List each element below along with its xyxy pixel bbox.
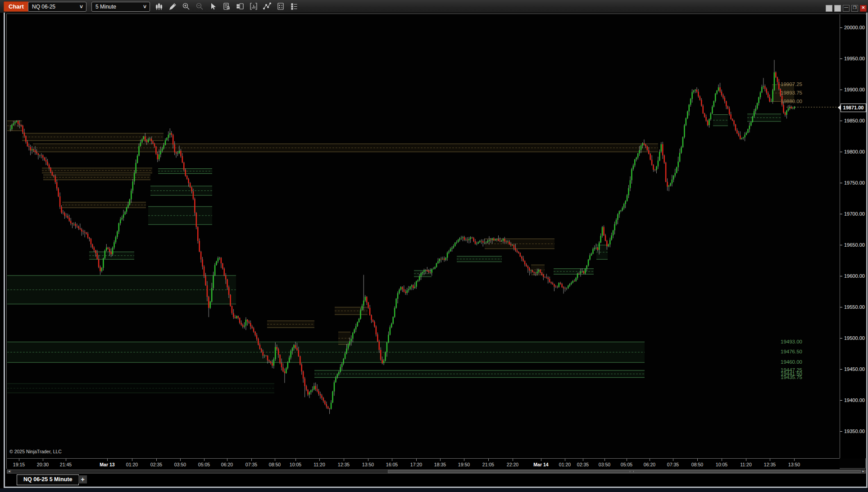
price-tick-label: 19450.00: [844, 366, 865, 372]
price-tick: [840, 59, 842, 59]
toolbar-icons: [154, 1, 300, 12]
demand-zone-price-label: 19476.50: [770, 349, 802, 354]
time-tick-label: 11:20: [740, 462, 752, 467]
chart-panel: 19907.2519893.7519880.0019493.0019476.50…: [6, 14, 866, 469]
price-tick: [840, 152, 842, 152]
price-tick-label: 19950.00: [844, 56, 865, 61]
tab-nq-06-25-5-minute[interactable]: NQ 06-25 5 Minute: [17, 474, 79, 485]
time-tick: [392, 459, 392, 461]
price-tick-label: 19650.00: [844, 242, 865, 248]
time-tick: [722, 459, 722, 461]
price-tick-label: 20000.00: [844, 25, 865, 30]
data-box-icon[interactable]: [275, 1, 286, 12]
data-series-icon[interactable]: [221, 1, 232, 12]
interval-value: 5 Minute: [95, 4, 116, 10]
price-tick-label: 19350.00: [844, 429, 865, 434]
window-left-border[interactable]: [4, 13, 5, 488]
time-tick: [275, 459, 275, 461]
price-tick-label: 19850.00: [844, 118, 865, 123]
price-tick: [840, 214, 842, 214]
time-tick: [19, 459, 19, 461]
time-tick-label: 06:20: [221, 462, 233, 467]
price-tick-label: 19400.00: [844, 397, 865, 403]
time-tick: [107, 459, 108, 461]
price-tick: [840, 431, 842, 432]
minimize-button[interactable]: —: [843, 5, 850, 12]
window-right-border[interactable]: [866, 13, 868, 488]
time-tick-label: Mar 14: [533, 462, 548, 467]
zoom-in-icon[interactable]: [181, 1, 191, 12]
time-tick-label: 02:35: [150, 462, 162, 467]
price-tick: [840, 400, 842, 401]
time-tick: [770, 459, 770, 461]
add-tab-button[interactable]: +: [78, 475, 87, 483]
horizontal-scrollbar[interactable]: ◄ ►: [7, 469, 866, 474]
price-tick: [840, 27, 842, 28]
time-tick-label: 05:05: [198, 462, 210, 467]
chart-trader-icon[interactable]: [235, 1, 245, 12]
time-tick: [319, 459, 320, 461]
cursor-icon[interactable]: [208, 1, 218, 12]
toolbar-blank-button[interactable]: [834, 5, 841, 12]
time-tick-label: 12:35: [338, 462, 350, 467]
time-tick: [746, 459, 746, 461]
chart-canvas[interactable]: [7, 14, 840, 458]
time-tick: [513, 459, 513, 461]
price-tick: [840, 245, 842, 245]
time-tick-label: 21:45: [60, 462, 72, 467]
price-tick-label: 19700.00: [844, 211, 865, 217]
interval-dropdown[interactable]: 5 Minute ˅: [91, 2, 150, 12]
time-tick-label: 02:35: [577, 462, 589, 467]
chevron-down-icon: ˅: [80, 2, 83, 11]
last-price-marker: 19871.00: [841, 104, 866, 112]
close-button[interactable]: ✕: [860, 5, 867, 12]
price-axis[interactable]: 19871.00 20000.0019950.0019900.0019850.0…: [840, 14, 866, 458]
drawing-tools-icon[interactable]: [167, 1, 178, 12]
time-tick: [416, 459, 417, 461]
time-tick-label: 01:20: [559, 462, 571, 467]
time-tick: [251, 459, 252, 461]
time-tick-label: 10:05: [716, 462, 727, 467]
time-tick: [295, 459, 296, 461]
scroll-right-arrow-icon[interactable]: ►: [861, 470, 865, 473]
time-tick: [344, 459, 344, 461]
copyright-text: © 2025 NinjaTrader, LLC: [9, 449, 62, 454]
time-tick-label: 11:20: [314, 462, 325, 467]
desktop-edge: [0, 488, 868, 492]
window-bottom-border[interactable]: [4, 487, 868, 488]
time-tick: [794, 459, 795, 461]
indicators-icon[interactable]: [248, 1, 259, 12]
draw-line-icon[interactable]: [262, 1, 273, 12]
price-tick: [840, 183, 842, 183]
zoom-out-icon[interactable]: [194, 1, 205, 12]
time-tick-label: 08:50: [691, 462, 703, 467]
time-tick: [204, 459, 205, 461]
time-tick: [583, 459, 583, 461]
chart-style-icon[interactable]: [154, 1, 164, 12]
time-tick-label: 18:35: [434, 462, 446, 467]
toolbar-blank-button[interactable]: [826, 5, 832, 12]
time-tick-label: 01:20: [126, 462, 138, 467]
demand-zone-price-label: 19435.75: [770, 375, 802, 380]
properties-list-icon[interactable]: [289, 1, 300, 12]
time-tick-label: 21:05: [482, 462, 494, 467]
time-tick: [156, 459, 157, 461]
price-tick-label: 19550.00: [844, 304, 865, 310]
time-axis[interactable]: 19:1520:3021:45Mar 1301:2002:3503:5005:0…: [7, 458, 840, 469]
price-tick: [840, 338, 842, 339]
time-tick: [673, 459, 673, 461]
restore-button[interactable]: ❐: [851, 5, 858, 12]
time-tick: [565, 459, 565, 461]
time-tick-label: 12:35: [764, 462, 776, 467]
time-tick-label: 20:30: [37, 462, 49, 467]
instrument-dropdown[interactable]: NQ 06-25 ˅: [28, 2, 86, 12]
scrollbar-thumb[interactable]: [388, 470, 861, 473]
ninjatrader-chart-window: Chart NQ 06-25 ˅ 5 Minute ˅ —❐✕ 19907.25…: [0, 0, 868, 492]
time-tick-label: 07:35: [245, 462, 257, 467]
time-tick: [604, 459, 605, 461]
time-tick-label: 03:50: [174, 462, 186, 467]
scroll-left-arrow-icon[interactable]: ◄: [7, 470, 11, 473]
window-controls: —❐✕: [826, 5, 867, 12]
chart-menu-button[interactable]: Chart: [4, 1, 29, 12]
supply-zone-price-label: 19907.25: [770, 81, 802, 87]
